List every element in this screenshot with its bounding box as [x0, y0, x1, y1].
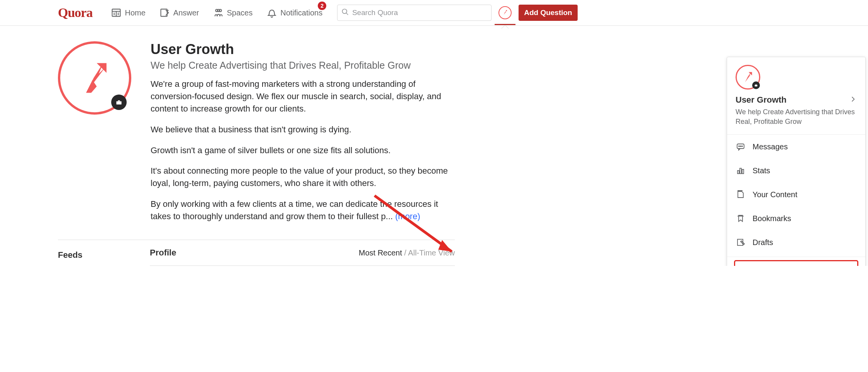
- svg-point-17: [739, 146, 739, 147]
- profile-title: User Growth: [151, 41, 456, 57]
- nav-label: Home: [125, 8, 145, 17]
- answer-icon: [159, 7, 170, 18]
- desc-paragraph: We believe that a business that isn't gr…: [151, 123, 456, 136]
- stats-icon: [736, 166, 746, 176]
- content-icon: [736, 189, 746, 200]
- svg-point-18: [740, 146, 741, 147]
- dropdown-item-label: Bookmarks: [753, 214, 791, 223]
- dropdown-stats[interactable]: Stats: [727, 159, 865, 183]
- svg-rect-15: [755, 85, 758, 86]
- bell-icon: [266, 7, 277, 18]
- svg-point-11: [217, 9, 220, 12]
- svg-line-13: [346, 13, 348, 15]
- more-link[interactable]: (more): [395, 211, 420, 221]
- dropdown-switch-accounts[interactable]: Switch Accounts: [734, 260, 858, 266]
- svg-rect-20: [737, 171, 739, 174]
- user-dropdown: User Growth We help Create Advertising t…: [727, 57, 866, 266]
- search-icon: [341, 8, 349, 17]
- dropdown-item-label: Your Content: [753, 190, 797, 199]
- dropdown-item-label: Messages: [753, 142, 788, 151]
- dropdown-messages[interactable]: Messages: [727, 135, 865, 159]
- dropdown-bookmarks[interactable]: Bookmarks: [727, 206, 865, 230]
- dropdown-profile-link[interactable]: User Growth We help Create Advertising t…: [727, 57, 865, 135]
- profile-avatar[interactable]: [58, 41, 131, 115]
- nav-spaces[interactable]: Spaces: [206, 0, 260, 26]
- dropdown-caret: [501, 25, 509, 29]
- search-box[interactable]: [337, 5, 492, 21]
- nav-label: Answer: [173, 8, 199, 17]
- sort-all-time[interactable]: All-Time View: [408, 249, 455, 257]
- bottom-bar: Feeds Profile Most Recent / All-Time Vie…: [58, 240, 455, 266]
- nav-notifications[interactable]: Notifications 2: [259, 0, 329, 26]
- notification-badge: 2: [318, 2, 326, 10]
- header-bar: Quora Home Answer Spaces Notifications 2: [0, 0, 868, 26]
- messages-icon: [736, 142, 746, 152]
- home-icon: [111, 7, 122, 18]
- desc-paragraph: We're a group of fast-moving marketers w…: [151, 78, 456, 115]
- profile-tab-heading: Profile: [150, 244, 176, 262]
- nav-label: Notifications: [280, 8, 322, 17]
- dropdown-item-label: Stats: [753, 166, 770, 175]
- active-indicator: [495, 24, 515, 25]
- quora-logo[interactable]: Quora: [58, 5, 92, 20]
- svg-rect-14: [116, 101, 121, 105]
- briefcase-badge-icon: [111, 95, 127, 110]
- svg-point-19: [742, 146, 743, 147]
- search-input[interactable]: [352, 8, 487, 17]
- drafts-icon: [736, 237, 746, 247]
- dropdown-profile-sub: We help Create Advertising that Drives R…: [736, 107, 857, 127]
- desc-paragraph: It's about connecting more people to the…: [151, 165, 456, 189]
- dropdown-drafts[interactable]: Drafts: [727, 230, 865, 254]
- sort-separator: /: [402, 249, 408, 257]
- svg-rect-22: [742, 169, 744, 174]
- dropdown-item-label: Drafts: [753, 238, 773, 247]
- profile-subtitle: We help Create Advertising that Drives R…: [151, 60, 456, 71]
- feeds-heading: Feeds: [58, 246, 150, 264]
- spaces-icon: [213, 7, 224, 18]
- desc-paragraph: Growth isn't a game of silver bullets or…: [151, 144, 456, 157]
- add-question-button[interactable]: Add Question: [519, 5, 578, 21]
- svg-rect-21: [740, 168, 741, 174]
- nav-answer[interactable]: Answer: [153, 0, 206, 26]
- user-avatar-menu[interactable]: [498, 6, 512, 19]
- profile-description: We're a group of fast-moving marketers w…: [151, 78, 456, 223]
- nav-label: Spaces: [227, 8, 253, 17]
- svg-rect-24: [737, 239, 743, 245]
- briefcase-badge-icon: [752, 81, 760, 89]
- chevron-right-icon: [849, 95, 857, 105]
- divider: [727, 257, 865, 257]
- sort-most-recent[interactable]: Most Recent: [359, 249, 402, 257]
- dropdown-avatar: [736, 65, 760, 90]
- dropdown-content[interactable]: Your Content: [727, 183, 865, 206]
- nav-home[interactable]: Home: [104, 0, 152, 26]
- dropdown-profile-name: User Growth: [736, 95, 787, 105]
- svg-point-12: [342, 9, 347, 14]
- bookmark-icon: [736, 213, 746, 223]
- desc-paragraph: By only working with a few clients at a …: [151, 198, 456, 223]
